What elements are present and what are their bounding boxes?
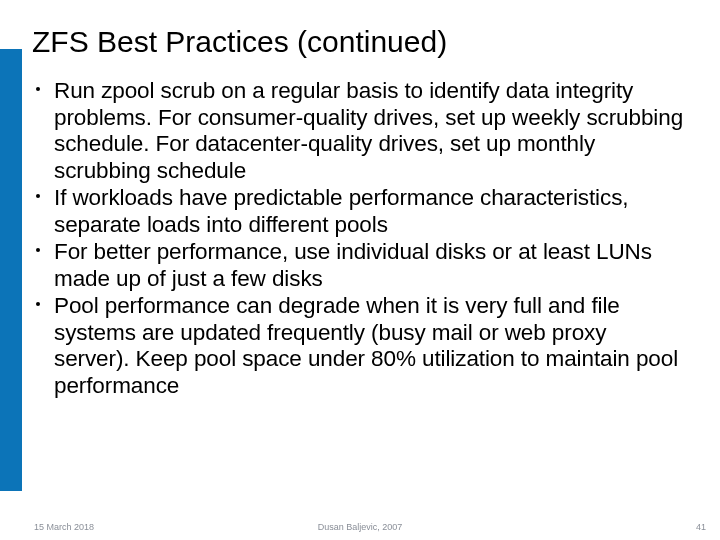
bullet-icon [36, 87, 40, 91]
bullet-icon [36, 302, 40, 306]
title-area: ZFS Best Practices (continued) [32, 25, 692, 59]
list-item: If workloads have predictable performanc… [34, 185, 686, 238]
list-item: For better performance, use individual d… [34, 239, 686, 292]
accent-bar [0, 49, 22, 491]
bullet-icon [36, 248, 40, 252]
footer-author: Dusan Baljevic, 2007 [0, 522, 720, 532]
list-item: Run zpool scrub on a regular basis to id… [34, 78, 686, 184]
bullet-list: Run zpool scrub on a regular basis to id… [34, 78, 686, 400]
bullet-text: Pool performance can degrade when it is … [54, 293, 678, 398]
list-item: Pool performance can degrade when it is … [34, 293, 686, 399]
footer-page-number: 41 [696, 522, 706, 532]
bullet-icon [36, 194, 40, 198]
bullet-text: If workloads have predictable performanc… [54, 185, 628, 237]
slide: ZFS Best Practices (continued) Run zpool… [0, 0, 720, 540]
content-area: Run zpool scrub on a regular basis to id… [34, 78, 686, 401]
bullet-text: Run zpool scrub on a regular basis to id… [54, 78, 683, 183]
bullet-text: For better performance, use individual d… [54, 239, 652, 291]
page-title: ZFS Best Practices (continued) [32, 25, 692, 59]
